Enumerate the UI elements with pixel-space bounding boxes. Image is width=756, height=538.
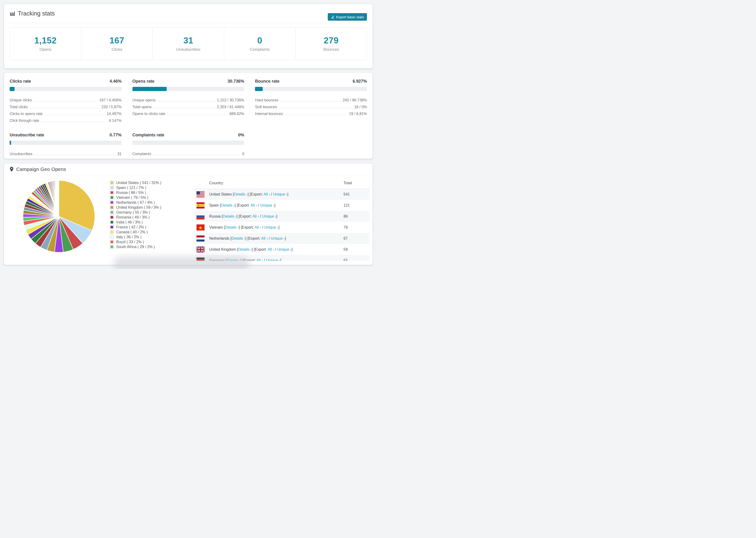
link-separator: / [261,225,264,229]
rate-row-label: Unique opens [133,98,156,102]
legend-swatch-spain [110,186,114,190]
export-all-link[interactable]: All › [255,225,261,229]
geo-opens-legend: United States ( 541 / 31% )Spain ( 121 /… [110,180,161,249]
legend-label-russia: Russia ( 86 / 5% ) [116,190,146,195]
dotted-leader [41,122,107,122]
rate-row-value: 31 [117,152,122,156]
export-basic-stats-button[interactable]: Export basic stats [328,13,367,21]
legend-swatch-france [110,225,114,229]
rate-row-value: 220 / 5.87% [101,105,121,109]
bracket-close: ] [276,214,277,218]
legend-label-romania: Romania ( 49 / 3% ) [116,215,149,219]
details-link[interactable]: Details › [238,247,252,251]
rate-row-label: Click through rate [10,119,39,123]
stat-label-bounces: Bounces [323,47,339,52]
legend-item-netherlands: Netherlands ( 67 / 4% ) [110,200,161,205]
export-unique-link[interactable]: Unique › [277,247,291,251]
export-unique-link[interactable]: Unique › [260,203,274,207]
rate-progressbar-unsubscribe-rate [10,140,122,145]
legend-item-united-kingdom: United Kingdom ( 59 / 3% ) [110,205,161,210]
rate-row-label: Total opens [133,105,152,109]
details-link[interactable]: Details › [232,237,245,241]
geo-opens-pie-chart[interactable] [21,179,96,254]
export-all-link[interactable]: All › [252,214,259,218]
country-name: Netherlands [ [209,237,232,241]
export-all-link[interactable]: All › [263,192,270,196]
rate-progressbar-fill [10,87,15,91]
details-link[interactable]: Details › [227,258,241,261]
export-prefix: ] [Export: [235,203,251,207]
flag-icon-vn [196,224,204,231]
rate-row-label: Soft bounces [255,105,277,109]
rate-title-unsubscribe-rate: Unsubscribe rate [10,133,44,137]
export-icon [331,15,334,19]
link-separator: / [268,237,271,241]
rate-progressbar-fill [10,140,11,145]
geo-table-row-russia: Russia [Details ›] [Export: All › / Uniq… [195,211,369,222]
rate-head-complaints-rate: Complaints rate0% [133,133,244,137]
rate-row-value: 167 / 4.456% [99,98,121,102]
tracking-stats-card: Tracking stats Export basic stats 1,152O… [4,4,373,69]
rate-title-complaints-rate: Complaints rate [133,133,164,137]
export-all-link[interactable]: All › [268,247,274,251]
legend-swatch-india [110,220,114,224]
dotted-leader [157,101,215,101]
dotted-leader [167,115,228,115]
export-unique-link[interactable]: Unique › [262,214,276,218]
export-all-link[interactable]: All › [261,237,268,241]
map-pin-icon [10,167,14,172]
flag-icon-gb [196,246,204,252]
stat-value-bounces: 279 [324,36,339,45]
export-unique-link[interactable]: Unique › [266,258,280,261]
rates-grid: Clicks rate4.46%Unique clicks167 / 4.456… [4,73,373,162]
export-prefix: ] [Export: [237,214,252,218]
stat-value-opens: 1,152 [34,36,57,45]
details-link[interactable]: Details › [221,203,235,207]
export-all-link[interactable]: All › [250,203,257,207]
rate-row-total-clicks: Total clicks220 / 5.87% [10,102,122,109]
rate-head-opens-rate: Opens rate30.736% [133,79,244,84]
flag-icon-ru [196,213,204,219]
rate-progressbar-complaints-rate [133,140,244,145]
country-cell: United Kingdom [Details ›] [Export: All … [209,247,344,252]
legend-label-india: India ( 46 / 3% ) [116,220,143,224]
export-unique-link[interactable]: Unique › [271,237,285,241]
total-cell: 59 [344,247,369,252]
rate-block-clicks-rate: Clicks rate4.46%Unique clicks167 / 4.456… [10,79,122,123]
rate-progressbar-clicks-rate [10,87,122,91]
legend-swatch-netherlands [110,200,114,204]
rate-row-label: Hard bounces [255,98,279,102]
rate-progressbar-fill [133,87,167,91]
flag-icon-es [196,202,204,208]
legend-label-vietnam: Vietnam ( 79 / 5% ) [116,195,148,200]
legend-label-canada: Canada ( 40 / 2% ) [116,230,148,234]
legend-item-germany: Germany ( 55 / 3% ) [110,210,161,215]
rate-row-unique-opens: Unique opens1,152 / 30.736% [133,95,244,102]
legend-label-italy: Italy ( 36 / 2% ) [116,235,141,239]
details-link[interactable]: Details › [225,225,239,229]
rate-row-clicks-to-opens-rate: Clicks to opens rate14.497% [10,109,122,116]
stat-value-unsubscribes: 31 [183,36,193,45]
pie-slice-other-40[interactable] [59,181,59,216]
rate-block-bounce-rate: Bounce rate6.927%Hard bounces242 / 86.73… [255,79,367,123]
total-cell: 86 [344,214,369,219]
dotted-leader [29,108,99,108]
geo-table-row-united-kingdom: United Kingdom [Details ›] [Export: All … [195,244,369,255]
details-link[interactable]: Details › [234,192,248,196]
export-all-link[interactable]: All › [256,258,263,261]
total-cell: 67 [344,237,369,241]
stat-label-opens: Opens [40,47,51,52]
geo-table-row-united-states: United States [Details ›] [Export: All ›… [195,189,369,200]
legend-item-brazil: Brazil ( 33 / 2% ) [110,240,161,244]
legend-label-united-kingdom: United Kingdom ( 59 / 3% ) [116,205,161,210]
geo-table-row-vietnam: Vietnam [Details ›] [Export: All › / Uni… [195,222,369,233]
export-unique-link[interactable]: Unique › [264,225,278,229]
export-unique-link[interactable]: Unique › [273,192,287,196]
rate-rows-clicks-rate: Unique clicks167 / 4.456%Total clicks220… [10,95,122,123]
export-prefix: ] [Export: [248,192,264,196]
details-link[interactable]: Details › [223,214,237,218]
rate-rows-complaints-rate: Complaints0 [133,149,244,156]
stat-box-bounces: 279Bounces [296,27,367,60]
flag-icon-nl [196,236,204,242]
dotted-leader [279,108,352,108]
